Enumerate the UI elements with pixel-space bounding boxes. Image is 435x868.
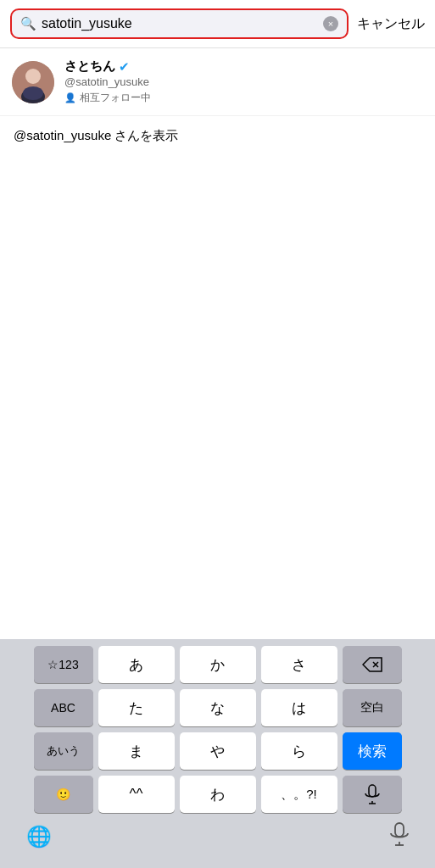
key-ha[interactable]: は — [261, 689, 337, 726]
key-a[interactable]: あ — [98, 646, 175, 683]
key-sa[interactable]: さ — [261, 646, 337, 683]
bottom-bar: 🌐 — [3, 819, 432, 851]
svg-rect-9 — [395, 823, 404, 837]
keyboard-row-1: ☆123 あ か さ — [3, 646, 432, 683]
search-input[interactable]: satotin_yusuke — [42, 16, 318, 31]
follow-icon: 👤 — [64, 92, 76, 103]
globe-icon[interactable]: 🌐 — [26, 825, 52, 849]
keyboard-row-4: 🙂 ^^ わ 、。?! — [3, 776, 432, 813]
search-input-wrapper[interactable]: 🔍 satotin_yusuke × — [10, 8, 349, 39]
key-abc[interactable]: ABC — [34, 689, 93, 726]
key-ya[interactable]: や — [180, 732, 256, 770]
show-profile-link[interactable]: @satotin_yusuke さんを表示 — [0, 116, 435, 156]
key-aiou[interactable]: あいう — [34, 732, 93, 770]
key-ka[interactable]: か — [180, 646, 256, 683]
avatar — [12, 61, 54, 103]
user-result-item[interactable]: さとちん ✔ @satotin_yusuke 👤 相互フォロー中 — [0, 48, 435, 116]
follow-status-label: 相互フォロー中 — [80, 91, 151, 105]
key-special-123[interactable]: ☆123 — [34, 646, 93, 683]
verified-badge: ✔ — [119, 59, 130, 75]
cancel-button[interactable]: キャンセル — [357, 15, 425, 33]
svg-point-1 — [25, 69, 41, 84]
keyboard-row-3: あいう ま や ら 検索 — [3, 732, 432, 770]
mic-icon[interactable] — [390, 822, 409, 851]
key-ra[interactable]: ら — [261, 732, 337, 770]
search-bar-area: 🔍 satotin_yusuke × キャンセル — [0, 0, 435, 48]
key-emoji[interactable]: 🙂 — [34, 776, 93, 813]
key-backspace[interactable] — [343, 646, 402, 683]
display-name: さとちん — [64, 58, 115, 75]
keyboard: ☆123 あ か さ ABC た な は 空白 あいう ま や ら 検索 🙂 ^… — [0, 639, 435, 868]
key-punctuation[interactable]: 、。?! — [261, 776, 337, 813]
user-info: さとちん ✔ @satotin_yusuke 👤 相互フォロー中 — [64, 58, 423, 105]
key-mic[interactable] — [343, 776, 402, 813]
key-ta[interactable]: た — [98, 689, 175, 726]
keyboard-row-2: ABC た な は 空白 — [3, 689, 432, 726]
follow-status: 👤 相互フォロー中 — [64, 91, 423, 105]
key-wa[interactable]: わ — [180, 776, 256, 813]
avatar-image — [12, 61, 54, 103]
key-ma[interactable]: ま — [98, 732, 175, 770]
svg-point-3 — [23, 86, 43, 100]
user-name-row: さとちん ✔ — [64, 58, 423, 75]
svg-rect-6 — [369, 785, 376, 797]
clear-button[interactable]: × — [323, 16, 338, 31]
key-search[interactable]: 検索 — [343, 732, 402, 770]
search-icon: 🔍 — [20, 16, 36, 31]
key-na[interactable]: な — [180, 689, 256, 726]
key-space[interactable]: 空白 — [343, 689, 402, 726]
user-handle: @satotin_yusuke — [64, 75, 423, 88]
key-caret[interactable]: ^^ — [98, 776, 175, 813]
